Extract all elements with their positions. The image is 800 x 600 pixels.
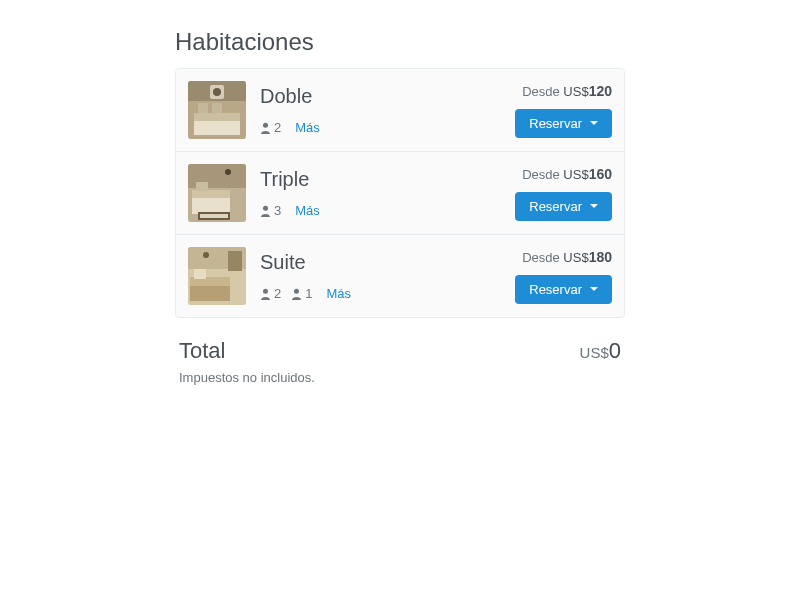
- person-icon: [260, 205, 271, 217]
- page-title: Habitaciones: [175, 28, 625, 56]
- room-item: Doble 2 Más Desde US$120 R: [176, 69, 624, 152]
- svg-point-20: [203, 252, 209, 258]
- room-name: Doble: [260, 85, 501, 108]
- svg-point-8: [263, 122, 268, 127]
- room-thumbnail[interactable]: [188, 81, 246, 139]
- room-thumbnail[interactable]: [188, 247, 246, 305]
- occupancy-count: 3: [274, 203, 281, 218]
- person-icon: [260, 288, 271, 300]
- svg-rect-24: [194, 269, 206, 279]
- svg-rect-13: [192, 190, 230, 198]
- occupancy-row: 2 1 Más: [260, 286, 501, 301]
- occupancy-count: 2: [274, 286, 281, 301]
- svg-point-17: [263, 205, 268, 210]
- room-item: Triple 3 Más Desde US$160: [176, 152, 624, 235]
- price-from: Desde US$160: [522, 166, 612, 182]
- more-link[interactable]: Más: [295, 203, 320, 218]
- chevron-down-icon: [590, 204, 598, 208]
- svg-point-11: [225, 169, 231, 175]
- svg-rect-21: [228, 251, 242, 271]
- reserve-button[interactable]: Reservar: [515, 109, 612, 138]
- occupancy-row: 2 Más: [260, 120, 501, 135]
- svg-rect-5: [194, 113, 240, 121]
- svg-rect-14: [196, 182, 208, 191]
- svg-rect-6: [198, 103, 208, 113]
- price-from: Desde US$120: [522, 83, 612, 99]
- rooms-list: Doble 2 Más Desde US$120 R: [175, 68, 625, 318]
- total-row: Total US$0: [175, 318, 625, 370]
- svg-point-25: [263, 288, 268, 293]
- person-icon: [260, 122, 271, 134]
- chevron-down-icon: [590, 287, 598, 291]
- room-name: Triple: [260, 168, 501, 191]
- price-from: Desde US$180: [522, 249, 612, 265]
- total-amount: US$0: [580, 338, 621, 364]
- room-name: Suite: [260, 251, 501, 274]
- more-link[interactable]: Más: [295, 120, 320, 135]
- tax-note: Impuestos no incluidos.: [175, 370, 625, 385]
- occupancy-count: 2: [274, 120, 281, 135]
- svg-rect-16: [200, 214, 228, 218]
- more-link[interactable]: Más: [326, 286, 351, 301]
- svg-point-26: [294, 288, 299, 293]
- svg-point-3: [213, 88, 221, 96]
- reserve-button[interactable]: Reservar: [515, 192, 612, 221]
- room-thumbnail[interactable]: [188, 164, 246, 222]
- total-label: Total: [179, 338, 225, 364]
- occupancy-count: 1: [305, 286, 312, 301]
- occupancy-row: 3 Más: [260, 203, 501, 218]
- svg-rect-7: [212, 103, 222, 113]
- person-icon: [291, 288, 302, 300]
- reserve-button[interactable]: Reservar: [515, 275, 612, 304]
- chevron-down-icon: [590, 121, 598, 125]
- room-item: Suite 2 1 Más: [176, 235, 624, 317]
